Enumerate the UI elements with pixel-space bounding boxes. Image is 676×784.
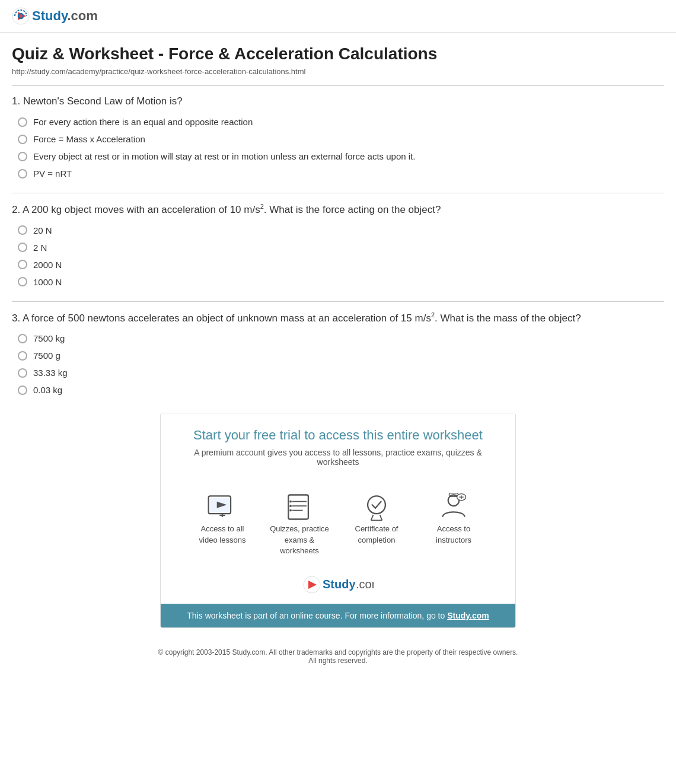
question-3-options: 7500 kg 7500 g 33.33 kg 0.03 kg: [18, 333, 664, 395]
copyright-line1: © copyright 2003-2015 Study.com. All oth…: [24, 648, 652, 656]
radio-button[interactable]: [18, 260, 27, 269]
option-label: Every object at rest or in motion will s…: [33, 151, 415, 161]
svg-text:.com: .com: [356, 578, 374, 591]
option-label: 0.03 kg: [33, 385, 62, 395]
list-item[interactable]: Every object at rest or in motion will s…: [18, 151, 664, 161]
list-item[interactable]: Force = Mass x Acceleration: [18, 134, 664, 144]
radio-button[interactable]: [18, 385, 27, 395]
radio-button[interactable]: [18, 351, 27, 361]
svg-rect-8: [288, 495, 308, 520]
radio-button[interactable]: [18, 277, 27, 286]
logo[interactable]: Study.com: [12, 7, 664, 25]
question-2: 2. A 200 kg object moves with an acceler…: [12, 203, 664, 287]
list-item[interactable]: 20 N: [18, 225, 664, 235]
list-item[interactable]: 1000 N: [18, 277, 664, 287]
question-2-options: 20 N 2 N 2000 N 1000 N: [18, 225, 664, 287]
site-header: Study.com: [0, 0, 676, 33]
promo-footer-text: This worksheet is part of an online cour…: [187, 611, 445, 620]
study-logo-icon: [12, 7, 30, 25]
instructor-icon: [437, 490, 470, 524]
promo-header: Start your free trial to access this ent…: [161, 413, 515, 485]
option-label: For every action there is an equal and o…: [33, 117, 253, 127]
promo-logo: Study .com: [161, 568, 515, 604]
svg-point-15: [368, 496, 385, 514]
radio-button[interactable]: [18, 334, 27, 343]
option-label: PV = nRT: [33, 168, 72, 179]
feature-quiz-label: Quizzes, practice exams & worksheets: [270, 524, 329, 556]
page-title: Quiz & Worksheet - Force & Acceleration …: [12, 44, 664, 63]
question-2-text: 2. A 200 kg object moves with an acceler…: [12, 203, 664, 216]
feature-quiz: Quizzes, practice exams & worksheets: [270, 490, 329, 556]
svg-point-12: [289, 501, 292, 503]
q1-divider: [12, 193, 664, 193]
list-item[interactable]: 33.33 kg: [18, 368, 664, 378]
option-label: 7500 g: [33, 350, 60, 361]
promo-box: Start your free trial to access this ent…: [160, 413, 516, 628]
svg-point-13: [289, 505, 292, 508]
feature-instructor-label: Access to instructors: [424, 524, 483, 545]
logo-text: Study.com: [32, 8, 98, 24]
list-item[interactable]: PV = nRT: [18, 168, 664, 179]
option-label: 20 N: [33, 225, 52, 235]
list-item[interactable]: 2000 N: [18, 260, 664, 270]
svg-line-16: [371, 515, 374, 520]
promo-studycom-logo: Study .com: [302, 574, 374, 595]
question-1-options: For every action there is an equal and o…: [18, 117, 664, 179]
option-label: 1000 N: [33, 277, 62, 287]
radio-button[interactable]: [18, 152, 27, 161]
main-content: Quiz & Worksheet - Force & Acceleration …: [0, 33, 676, 683]
question-1-text: 1. Newton's Second Law of Motion is?: [12, 95, 664, 107]
promo-title: Start your free trial to access this ent…: [173, 428, 503, 443]
feature-video-label: Access to all video lessons: [193, 524, 252, 545]
radio-button[interactable]: [18, 225, 27, 235]
radio-button[interactable]: [18, 117, 27, 127]
option-label: 2000 N: [33, 260, 62, 270]
list-item[interactable]: 2 N: [18, 243, 664, 253]
radio-button[interactable]: [18, 169, 27, 179]
option-label: Force = Mass x Acceleration: [33, 134, 145, 144]
list-item[interactable]: 0.03 kg: [18, 385, 664, 395]
promo-footer: This worksheet is part of an online cour…: [161, 604, 515, 627]
feature-certificate-label: Certificate of completion: [347, 524, 406, 545]
copyright-line2: All rights reserved.: [24, 656, 652, 665]
list-item[interactable]: 7500 g: [18, 350, 664, 361]
svg-line-17: [380, 515, 382, 520]
feature-instructor: Access to instructors: [424, 490, 483, 556]
option-label: 2 N: [33, 243, 47, 253]
video-icon: [206, 490, 239, 524]
radio-button[interactable]: [18, 135, 27, 144]
question-3: 3. A force of 500 newtons accelerates an…: [12, 311, 664, 396]
page-url: http://study.com/academy/practice/quiz-w…: [12, 67, 664, 76]
title-divider: [12, 85, 664, 86]
feature-video: Access to all video lessons: [193, 490, 252, 556]
copyright: © copyright 2003-2015 Study.com. All oth…: [12, 640, 664, 683]
promo-footer-link[interactable]: Study.com: [447, 611, 489, 620]
option-label: 33.33 kg: [33, 368, 68, 378]
feature-certificate: Certificate of completion: [347, 490, 406, 556]
promo-subtitle: A premium account gives you access to al…: [173, 448, 503, 467]
option-label: 7500 kg: [33, 333, 65, 343]
question-3-text: 3. A force of 500 newtons accelerates an…: [12, 311, 664, 324]
list-item[interactable]: 7500 kg: [18, 333, 664, 343]
radio-button[interactable]: [18, 368, 27, 378]
q2-divider: [12, 301, 664, 302]
svg-text:Study: Study: [323, 578, 356, 591]
list-icon: [283, 490, 316, 524]
promo-features: Access to all video lessons Quizzes, pra…: [161, 485, 515, 568]
list-item[interactable]: For every action there is an equal and o…: [18, 117, 664, 127]
radio-button[interactable]: [18, 243, 27, 252]
question-1: 1. Newton's Second Law of Motion is? For…: [12, 95, 664, 179]
svg-point-14: [289, 509, 292, 512]
certificate-icon: [360, 490, 393, 524]
